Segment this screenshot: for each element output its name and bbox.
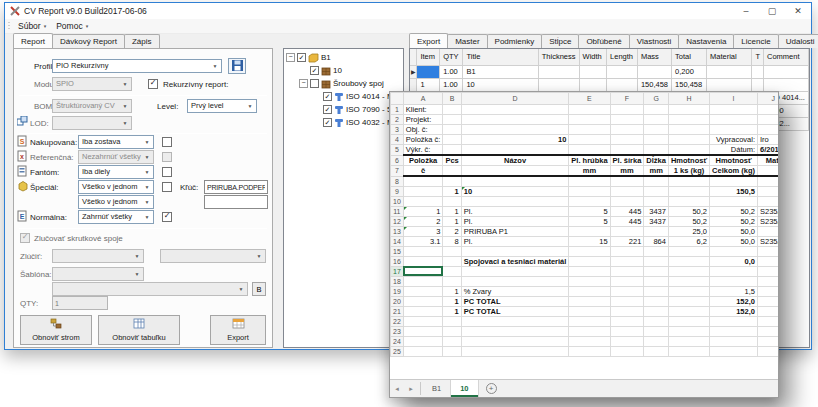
sheet-cell[interactable] (610, 316, 644, 326)
sheet-cell[interactable]: Hmotnosť (710, 155, 758, 166)
sheet-cell[interactable] (668, 306, 709, 316)
sheet-cell[interactable] (403, 296, 443, 306)
sheet-row-header[interactable]: 14 (391, 236, 404, 246)
sheet-cell[interactable]: 1 (443, 206, 461, 216)
sheet-row-header[interactable]: 24 (391, 336, 404, 346)
sheet-row-header[interactable]: 20 (391, 296, 404, 306)
grid-column-header[interactable]: Title (463, 49, 538, 65)
sheet-cell[interactable] (569, 105, 610, 115)
sheet-row-header[interactable]: 23 (391, 326, 404, 336)
sheet-cell[interactable] (644, 196, 669, 206)
sheet-cell[interactable] (668, 196, 709, 206)
sheet-cell[interactable] (757, 266, 778, 276)
grid-cell[interactable] (752, 65, 764, 78)
sheet-cell[interactable]: č (403, 166, 443, 177)
sheet-corner[interactable] (391, 93, 404, 105)
tree-checkbox[interactable] (310, 79, 319, 88)
sheet-cell[interactable]: 1 (443, 296, 461, 306)
tree-checkbox[interactable] (297, 53, 306, 62)
sheet-cell[interactable] (644, 266, 669, 276)
sheet-cell[interactable]: 50,2 (668, 216, 709, 226)
sheet-cell[interactable] (403, 176, 443, 186)
sheet-cell[interactable] (569, 286, 610, 296)
sheet-cell[interactable] (461, 326, 569, 336)
sheet-cell[interactable] (668, 105, 709, 115)
sheet-cell[interactable] (644, 276, 669, 286)
sheet-cell[interactable] (757, 306, 778, 316)
sheet-cell[interactable] (668, 326, 709, 336)
sheet-cell[interactable]: 50,0 (710, 226, 758, 236)
sheet-cell[interactable] (610, 135, 644, 145)
sheet-row-header[interactable]: 11 (391, 206, 404, 216)
sheet-cell[interactable] (710, 276, 758, 286)
grid-column-header[interactable]: Comment (763, 49, 808, 65)
sheet-row-header[interactable]: 17 (391, 266, 404, 276)
sheet-cell[interactable]: 3 (403, 226, 443, 236)
tab-export[interactable]: Export (409, 33, 448, 48)
sheet-row-header[interactable]: 21 (391, 306, 404, 316)
sheet-cell[interactable]: Klient: (403, 105, 443, 115)
sheet-cell[interactable] (610, 266, 644, 276)
grid-cell[interactable]: B1 (463, 65, 538, 78)
sheet-row-header[interactable]: 7 (391, 166, 404, 177)
sheet-cell[interactable] (710, 246, 758, 256)
sheet-cell[interactable] (569, 306, 610, 316)
sheet-cell[interactable] (443, 166, 461, 177)
sheet-cell[interactable] (710, 176, 758, 186)
sheet-row-header[interactable]: 5 (391, 145, 404, 156)
sheet-cell[interactable]: Mat. (757, 155, 778, 166)
sheet-cell[interactable]: 15 (569, 236, 610, 246)
sheet-cell[interactable] (403, 316, 443, 326)
tree-item[interactable]: ISO 7090 - 5 - 140 HV (284, 103, 403, 116)
sheet-cell[interactable]: 10 (461, 135, 569, 145)
sheet-column-header[interactable]: G (644, 93, 669, 105)
sheet-cell[interactable] (610, 105, 644, 115)
sheet-cell[interactable]: 3437 (644, 206, 669, 216)
sheet-cell[interactable] (668, 316, 709, 326)
normalna-checkbox[interactable] (162, 212, 172, 222)
sheet-cell[interactable] (757, 296, 778, 306)
sheet-nav-right-icon[interactable]: ▸ (404, 380, 418, 397)
sheet-row-header[interactable]: 19 (391, 286, 404, 296)
sheet-cell[interactable] (443, 336, 461, 346)
sheet-cell[interactable] (569, 336, 610, 346)
sheet-cell[interactable]: 3437 (644, 216, 669, 226)
sheet-cell[interactable] (757, 316, 778, 326)
sheet-cell[interactable] (461, 115, 569, 125)
sheet-cell[interactable] (443, 105, 461, 115)
tree-checkbox[interactable] (323, 105, 332, 114)
sheet-cell[interactable]: 445 (610, 216, 644, 226)
sheet-cell[interactable] (668, 266, 709, 276)
sheet-cell[interactable] (461, 196, 569, 206)
sheet-cell[interactable]: 445 (610, 206, 644, 216)
sheet-cell[interactable] (610, 306, 644, 316)
profil-select[interactable]: PIO Rekurzívny▼ (52, 59, 222, 73)
sheet-cell[interactable]: Spojovaci a tesniaci materiál (461, 256, 569, 266)
sheet-cell[interactable]: Celkom (kg) (710, 166, 758, 177)
sheet-cell[interactable] (757, 196, 778, 206)
sheet-cell[interactable] (461, 246, 569, 256)
sheet-cell[interactable]: 50,2 (668, 206, 709, 216)
sheet-cell[interactable] (569, 256, 610, 266)
sheet-cell[interactable] (668, 115, 709, 125)
sheet-row-header[interactable]: 18 (391, 276, 404, 286)
collapse-icon[interactable]: − (286, 53, 295, 62)
sheet-cell[interactable] (668, 186, 709, 196)
close-button[interactable]: ✕ (785, 3, 811, 19)
sheet-cell[interactable] (710, 125, 758, 135)
sheet-cell[interactable]: 3.1 (403, 236, 443, 246)
sheet-cell[interactable] (443, 346, 461, 356)
sheet-cell[interactable]: Položka č: (403, 135, 443, 145)
grid-cell[interactable]: 0,200 (672, 65, 707, 78)
sheet-cell[interactable] (710, 105, 758, 115)
sheet-cell[interactable]: 5 (569, 216, 610, 226)
sheet-cell[interactable]: Názov (461, 155, 569, 166)
tree-item[interactable]: 10 (284, 64, 403, 77)
sheet-cell[interactable] (644, 336, 669, 346)
sheet-cell[interactable] (610, 276, 644, 286)
grid-row-selector[interactable]: ▶ (410, 65, 417, 78)
sheet-cell[interactable] (610, 256, 644, 266)
sheet-row-header[interactable]: 12 (391, 216, 404, 226)
sheet-tab-b1[interactable]: B1 (423, 380, 451, 397)
sheet-cell[interactable] (757, 246, 778, 256)
